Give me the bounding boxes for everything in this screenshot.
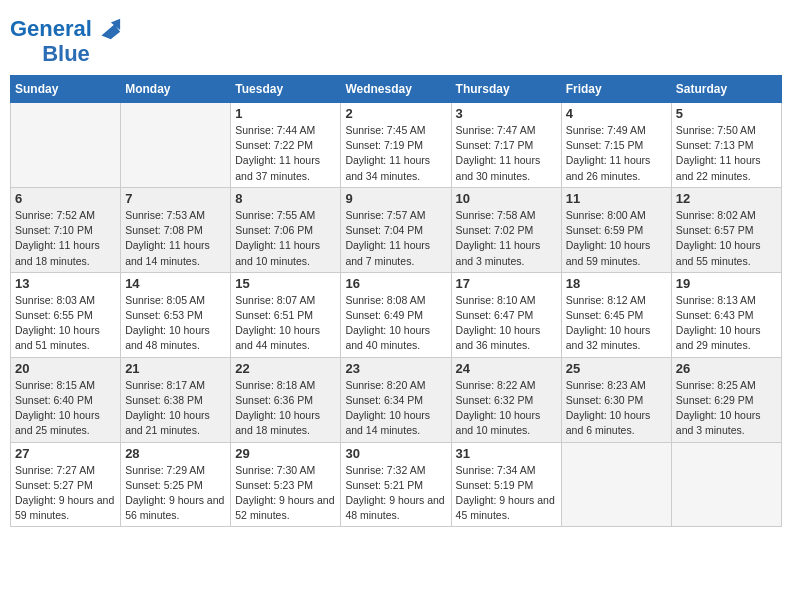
cell-info: Sunrise: 7:50 AMSunset: 7:13 PMDaylight:… <box>676 123 777 184</box>
cell-info: Sunrise: 8:00 AMSunset: 6:59 PMDaylight:… <box>566 208 667 269</box>
day-number: 19 <box>676 276 777 291</box>
day-number: 11 <box>566 191 667 206</box>
cell-info: Sunrise: 7:32 AMSunset: 5:21 PMDaylight:… <box>345 463 446 524</box>
calendar-cell: 15Sunrise: 8:07 AMSunset: 6:51 PMDayligh… <box>231 272 341 357</box>
day-number: 18 <box>566 276 667 291</box>
cell-info: Sunrise: 7:34 AMSunset: 5:19 PMDaylight:… <box>456 463 557 524</box>
day-number: 26 <box>676 361 777 376</box>
calendar-table: SundayMondayTuesdayWednesdayThursdayFrid… <box>10 75 782 527</box>
calendar-cell: 13Sunrise: 8:03 AMSunset: 6:55 PMDayligh… <box>11 272 121 357</box>
cell-info: Sunrise: 8:18 AMSunset: 6:36 PMDaylight:… <box>235 378 336 439</box>
cell-info: Sunrise: 8:05 AMSunset: 6:53 PMDaylight:… <box>125 293 226 354</box>
day-number: 10 <box>456 191 557 206</box>
calendar-cell: 18Sunrise: 8:12 AMSunset: 6:45 PMDayligh… <box>561 272 671 357</box>
cell-info: Sunrise: 8:03 AMSunset: 6:55 PMDaylight:… <box>15 293 116 354</box>
day-number: 24 <box>456 361 557 376</box>
calendar-week-row: 27Sunrise: 7:27 AMSunset: 5:27 PMDayligh… <box>11 442 782 527</box>
cell-info: Sunrise: 7:29 AMSunset: 5:25 PMDaylight:… <box>125 463 226 524</box>
calendar-cell <box>11 103 121 188</box>
calendar-cell: 3Sunrise: 7:47 AMSunset: 7:17 PMDaylight… <box>451 103 561 188</box>
day-number: 16 <box>345 276 446 291</box>
calendar-cell: 8Sunrise: 7:55 AMSunset: 7:06 PMDaylight… <box>231 187 341 272</box>
cell-info: Sunrise: 8:07 AMSunset: 6:51 PMDaylight:… <box>235 293 336 354</box>
cell-info: Sunrise: 7:57 AMSunset: 7:04 PMDaylight:… <box>345 208 446 269</box>
calendar-cell: 20Sunrise: 8:15 AMSunset: 6:40 PMDayligh… <box>11 357 121 442</box>
day-header-sunday: Sunday <box>11 76 121 103</box>
cell-info: Sunrise: 7:55 AMSunset: 7:06 PMDaylight:… <box>235 208 336 269</box>
calendar-cell <box>671 442 781 527</box>
cell-info: Sunrise: 8:12 AMSunset: 6:45 PMDaylight:… <box>566 293 667 354</box>
calendar-cell: 26Sunrise: 8:25 AMSunset: 6:29 PMDayligh… <box>671 357 781 442</box>
calendar-cell: 5Sunrise: 7:50 AMSunset: 7:13 PMDaylight… <box>671 103 781 188</box>
day-number: 20 <box>15 361 116 376</box>
day-number: 23 <box>345 361 446 376</box>
calendar-cell: 28Sunrise: 7:29 AMSunset: 5:25 PMDayligh… <box>121 442 231 527</box>
calendar-week-row: 1Sunrise: 7:44 AMSunset: 7:22 PMDaylight… <box>11 103 782 188</box>
calendar-week-row: 13Sunrise: 8:03 AMSunset: 6:55 PMDayligh… <box>11 272 782 357</box>
calendar-cell: 14Sunrise: 8:05 AMSunset: 6:53 PMDayligh… <box>121 272 231 357</box>
day-header-monday: Monday <box>121 76 231 103</box>
calendar-cell: 29Sunrise: 7:30 AMSunset: 5:23 PMDayligh… <box>231 442 341 527</box>
calendar-cell: 27Sunrise: 7:27 AMSunset: 5:27 PMDayligh… <box>11 442 121 527</box>
calendar-cell: 10Sunrise: 7:58 AMSunset: 7:02 PMDayligh… <box>451 187 561 272</box>
day-number: 13 <box>15 276 116 291</box>
day-number: 14 <box>125 276 226 291</box>
day-number: 27 <box>15 446 116 461</box>
calendar-cell: 11Sunrise: 8:00 AMSunset: 6:59 PMDayligh… <box>561 187 671 272</box>
day-number: 5 <box>676 106 777 121</box>
logo-text-blue: Blue <box>42 43 90 65</box>
calendar-cell: 6Sunrise: 7:52 AMSunset: 7:10 PMDaylight… <box>11 187 121 272</box>
day-number: 12 <box>676 191 777 206</box>
calendar-week-row: 20Sunrise: 8:15 AMSunset: 6:40 PMDayligh… <box>11 357 782 442</box>
calendar-cell: 2Sunrise: 7:45 AMSunset: 7:19 PMDaylight… <box>341 103 451 188</box>
calendar-header-row: SundayMondayTuesdayWednesdayThursdayFrid… <box>11 76 782 103</box>
cell-info: Sunrise: 8:15 AMSunset: 6:40 PMDaylight:… <box>15 378 116 439</box>
calendar-cell: 21Sunrise: 8:17 AMSunset: 6:38 PMDayligh… <box>121 357 231 442</box>
logo-icon <box>94 15 122 43</box>
calendar-cell <box>561 442 671 527</box>
calendar-cell: 22Sunrise: 8:18 AMSunset: 6:36 PMDayligh… <box>231 357 341 442</box>
calendar-cell: 31Sunrise: 7:34 AMSunset: 5:19 PMDayligh… <box>451 442 561 527</box>
calendar-cell: 7Sunrise: 7:53 AMSunset: 7:08 PMDaylight… <box>121 187 231 272</box>
day-number: 31 <box>456 446 557 461</box>
cell-info: Sunrise: 7:47 AMSunset: 7:17 PMDaylight:… <box>456 123 557 184</box>
cell-info: Sunrise: 7:52 AMSunset: 7:10 PMDaylight:… <box>15 208 116 269</box>
cell-info: Sunrise: 8:23 AMSunset: 6:30 PMDaylight:… <box>566 378 667 439</box>
day-number: 3 <box>456 106 557 121</box>
calendar-cell: 12Sunrise: 8:02 AMSunset: 6:57 PMDayligh… <box>671 187 781 272</box>
day-number: 25 <box>566 361 667 376</box>
day-number: 8 <box>235 191 336 206</box>
logo: General Blue <box>10 15 122 65</box>
calendar-cell <box>121 103 231 188</box>
cell-info: Sunrise: 8:13 AMSunset: 6:43 PMDaylight:… <box>676 293 777 354</box>
day-header-tuesday: Tuesday <box>231 76 341 103</box>
calendar-cell: 1Sunrise: 7:44 AMSunset: 7:22 PMDaylight… <box>231 103 341 188</box>
calendar-cell: 30Sunrise: 7:32 AMSunset: 5:21 PMDayligh… <box>341 442 451 527</box>
cell-info: Sunrise: 7:44 AMSunset: 7:22 PMDaylight:… <box>235 123 336 184</box>
cell-info: Sunrise: 7:27 AMSunset: 5:27 PMDaylight:… <box>15 463 116 524</box>
day-number: 29 <box>235 446 336 461</box>
day-number: 9 <box>345 191 446 206</box>
calendar-cell: 17Sunrise: 8:10 AMSunset: 6:47 PMDayligh… <box>451 272 561 357</box>
cell-info: Sunrise: 7:58 AMSunset: 7:02 PMDaylight:… <box>456 208 557 269</box>
calendar-cell: 23Sunrise: 8:20 AMSunset: 6:34 PMDayligh… <box>341 357 451 442</box>
day-number: 15 <box>235 276 336 291</box>
day-header-friday: Friday <box>561 76 671 103</box>
day-number: 7 <box>125 191 226 206</box>
cell-info: Sunrise: 7:45 AMSunset: 7:19 PMDaylight:… <box>345 123 446 184</box>
page-header: General Blue <box>10 10 782 65</box>
calendar-cell: 9Sunrise: 7:57 AMSunset: 7:04 PMDaylight… <box>341 187 451 272</box>
cell-info: Sunrise: 7:30 AMSunset: 5:23 PMDaylight:… <box>235 463 336 524</box>
day-number: 4 <box>566 106 667 121</box>
calendar-cell: 19Sunrise: 8:13 AMSunset: 6:43 PMDayligh… <box>671 272 781 357</box>
day-header-saturday: Saturday <box>671 76 781 103</box>
logo-text: General <box>10 18 92 40</box>
day-number: 1 <box>235 106 336 121</box>
calendar-cell: 4Sunrise: 7:49 AMSunset: 7:15 PMDaylight… <box>561 103 671 188</box>
day-number: 30 <box>345 446 446 461</box>
cell-info: Sunrise: 8:17 AMSunset: 6:38 PMDaylight:… <box>125 378 226 439</box>
day-number: 21 <box>125 361 226 376</box>
cell-info: Sunrise: 8:22 AMSunset: 6:32 PMDaylight:… <box>456 378 557 439</box>
calendar-week-row: 6Sunrise: 7:52 AMSunset: 7:10 PMDaylight… <box>11 187 782 272</box>
cell-info: Sunrise: 7:49 AMSunset: 7:15 PMDaylight:… <box>566 123 667 184</box>
